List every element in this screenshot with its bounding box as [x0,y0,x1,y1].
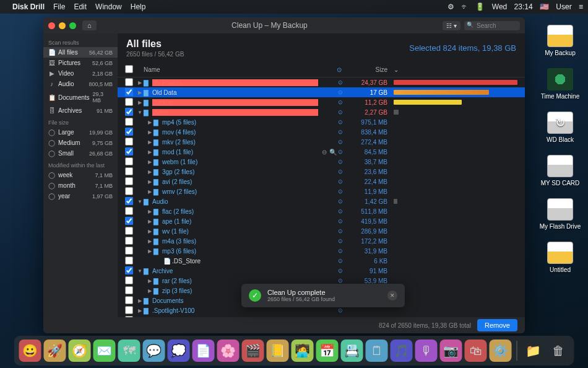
sidebar-item[interactable]: ◯Small26,68 GB [43,148,118,159]
sidebar-item[interactable]: 📋Documents29,3 MB [43,89,118,105]
sidebar-item[interactable]: 🖼Pictures52,6 GB [43,58,118,68]
sidebar-item[interactable]: ♪Audio800,5 MB [43,79,118,89]
file-row[interactable]: 📄.DS_Store⊙6 KB [118,256,525,266]
sidebar-item[interactable]: ◯week7,1 MB [43,170,118,180]
dock-app-icon[interactable]: 🗺 [118,340,141,362]
file-row[interactable]: ▶▇flac (2 files)⊙511,8 MB [118,206,525,216]
disclosure-icon[interactable]: ▶ [136,298,144,304]
row-checkbox[interactable] [125,98,133,106]
dock-app-icon[interactable]: 🧭 [69,340,91,362]
close-button[interactable] [48,22,55,29]
disclosure-icon[interactable]: ▶ [146,159,153,165]
dock-app-icon[interactable]: 📄 [192,340,215,362]
dock-app-icon[interactable]: 🎬 [242,340,264,362]
disclosure-icon[interactable]: ▶ [146,219,153,224]
row-checkbox[interactable] [125,118,133,126]
sidebar-item[interactable]: ▶Video2,18 GB [43,68,118,79]
row-checkbox[interactable] [125,88,133,96]
disclosure-icon[interactable]: ▼ [136,110,144,115]
file-row[interactable]: ▶▇avi (2 files)⊙22,4 MB [118,177,525,186]
dock-app-icon[interactable]: 🧑‍💻 [292,340,314,362]
row-checkbox[interactable] [125,306,133,314]
minimize-button[interactable] [59,22,66,29]
search-input[interactable]: Search [464,21,520,30]
home-button[interactable]: ⌂ [82,20,97,30]
disclosure-icon[interactable]: ▶ [136,80,144,85]
menubar-app-name[interactable]: Disk Drill [12,2,45,11]
disclosure-icon[interactable]: ▶ [146,179,153,185]
sidebar-item[interactable]: ◯year1,97 GB [43,191,118,201]
dock-app-icon[interactable]: ✉️ [93,340,116,362]
dock-app-icon[interactable]: 📷 [440,340,462,362]
disclosure-icon[interactable]: ▶ [146,149,153,155]
row-checkbox[interactable] [125,256,133,265]
desktop-drive-icon[interactable]: MY SD CARD [538,155,582,186]
row-checkbox[interactable] [125,266,133,274]
file-row[interactable]: ▼▇Audio⊙1,42 GB [118,196,525,206]
row-checkbox[interactable] [125,247,133,255]
disclosure-icon[interactable]: ▶ [146,288,153,294]
dock-app-icon[interactable]: 📇 [341,340,363,362]
dock-app-icon[interactable]: 📁 [522,340,545,362]
disclosure-icon[interactable]: ▶ [136,90,144,95]
select-all-checkbox[interactable] [125,65,133,73]
row-checkbox[interactable] [125,217,133,225]
row-checkbox[interactable] [125,197,133,205]
row-checkbox[interactable] [125,78,133,86]
battery-icon[interactable]: 🔋 [475,2,485,11]
dock-app-icon[interactable]: 😀 [19,340,41,362]
menu-file[interactable]: File [53,2,65,11]
sort-indicator[interactable]: ⌄ [394,66,399,73]
file-rows[interactable]: ▶▇My Photos⊙24,37 GB▶▇Old Data⊙17 GB▶▇Ba… [118,77,525,317]
file-row[interactable]: ▶▇ape (1 file)⊙419,5 MB [118,216,525,226]
file-row[interactable]: ▶▇wmv (2 files)⊙11,9 MB [118,186,525,196]
settings-icon[interactable]: ⚙ [447,2,454,11]
disclosure-icon[interactable]: ▶ [146,120,153,125]
row-checkbox[interactable] [125,187,133,195]
file-row[interactable]: ▶▇mod (1 file)⊖🔍⊙84,5 MB [118,147,525,157]
desktop-drive-icon[interactable]: My Backup [538,25,582,56]
disclosure-icon[interactable]: ▼ [136,268,144,274]
file-row[interactable]: ▶▇Old Data⊙17 GB [118,87,525,97]
menu-icon[interactable]: ≡ [579,2,583,11]
sidebar-item[interactable]: ◯Large19,99 GB [43,127,118,138]
disclosure-icon[interactable]: ▼ [136,199,144,204]
flag-icon[interactable]: 🇺🇸 [540,2,549,11]
file-row[interactable]: ▶▇3gp (2 files)⊙23,6 MB [118,167,525,177]
menu-help[interactable]: Help [131,2,146,11]
file-row[interactable]: ▶▇mp3 (6 files)⊙31,9 MB [118,246,525,256]
menu-window[interactable]: Window [95,2,122,11]
row-checkbox[interactable] [125,138,133,146]
dock-app-icon[interactable]: 🎙 [415,340,438,362]
sidebar-item[interactable]: 📄All files56,42 GB [43,47,118,58]
dock-app-icon[interactable]: 🌸 [217,340,240,362]
row-checkbox[interactable] [125,237,133,245]
file-row[interactable]: ▶▇My Photos⊙24,37 GB [118,77,525,87]
toast-close-button[interactable]: ✕ [387,291,397,300]
dock-app-icon[interactable]: 🗒 [366,340,388,362]
clock-time[interactable]: 23:14 [514,2,533,11]
user-menu[interactable]: User [556,2,571,11]
row-checkbox[interactable] [125,286,133,294]
dock-app-icon[interactable]: 🛍 [465,340,487,362]
sidebar-item[interactable]: 🗄Archives91 MB [43,105,118,116]
file-row[interactable]: ▶▇webm (1 file)⊙38,7 MB [118,157,525,167]
file-row[interactable]: ▶▇m4a (3 files)⊙172,2 MB [118,236,525,246]
sidebar-item[interactable]: ◯Medium9,75 GB [43,138,118,148]
row-checkbox[interactable] [125,227,133,235]
row-checkbox[interactable] [125,177,133,185]
row-checkbox[interactable] [125,207,133,215]
disclosure-icon[interactable]: ▶ [146,169,153,175]
row-checkbox[interactable] [125,276,133,284]
disclosure-icon[interactable]: ▶ [146,248,153,254]
disclosure-icon[interactable]: ▶ [146,189,153,195]
dock-app-icon[interactable]: 🎵 [391,340,413,362]
dock-app-icon[interactable]: 🚀 [44,340,66,362]
row-checkbox[interactable] [125,108,133,116]
disclosure-icon[interactable]: ▶ [146,129,153,135]
dock-app-icon[interactable]: 💭 [168,340,190,362]
dock-app-icon[interactable]: 📅 [316,340,339,362]
file-row[interactable]: ▶▇mkv (2 files)⊙272,4 MB [118,137,525,147]
desktop-drive-icon[interactable]: Untitled [538,242,582,273]
wifi-icon[interactable]: ᯤ [461,2,469,11]
